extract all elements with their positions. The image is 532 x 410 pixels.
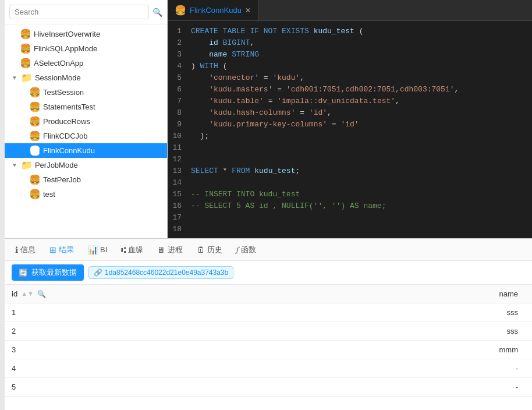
item-label: StatementsTest: [43, 102, 95, 111]
item-icon: 📁: [21, 72, 33, 83]
arrow-icon: ▼: [12, 75, 17, 81]
bottom-tab-process[interactable]: 🖥进程: [151, 242, 189, 257]
item-icon: 🍔: [29, 116, 41, 127]
tab-close-icon[interactable]: ✕: [245, 6, 251, 15]
sidebar-item-produce-rows[interactable]: 🍔ProduceRows: [5, 114, 167, 129]
sidebar-item-session-mode[interactable]: ▼📁SessionMode: [5, 70, 167, 85]
code-line: 1CREATE TABLE IF NOT EXISTS kudu_test (: [168, 26, 532, 37]
line-code[interactable]: ) WITH (: [191, 61, 227, 72]
btab-label: 结果: [59, 245, 74, 255]
line-number: 14: [168, 177, 191, 189]
line-code[interactable]: SELECT * FROM kudu_test;: [191, 165, 300, 177]
data-table: id ▲▼ 🔍 name 1sss2sss3mmm4-: [5, 285, 532, 410]
code-line: 13SELECT * FROM kudu_test;: [168, 165, 532, 177]
btab-label: BI: [100, 245, 107, 254]
job-id-badge[interactable]: 🔗 1da852468cc46022d21e0e49a3743a3b: [88, 266, 233, 279]
cell-id: 1: [5, 303, 121, 322]
line-number: 8: [168, 107, 191, 119]
refresh-button[interactable]: 🔄 获取最新数据: [12, 264, 84, 281]
sidebar-item-test-per-job[interactable]: 🍔TestPerJob: [5, 172, 167, 187]
line-code[interactable]: CREATE TABLE IF NOT EXISTS kudu_test (: [191, 26, 363, 37]
item-label: TestSession: [43, 88, 84, 97]
bottom-tab-result[interactable]: ⊞结果: [44, 242, 80, 257]
cell-name: -: [121, 359, 532, 378]
code-line: 16-- SELECT 5 AS id , NULLIF('', '') AS …: [168, 200, 532, 212]
item-label: PerJobMode: [35, 161, 78, 169]
line-code[interactable]: 'kudu.hash-columns' = 'id',: [191, 107, 332, 119]
sidebar: 🔍 🍔HiveInsertOverwrite🍔FlinkSQLAppMode🍔A…: [5, 0, 168, 238]
item-label: ASelectOnApp: [34, 59, 83, 68]
col-header-id: id ▲▼ 🔍: [5, 285, 121, 303]
tab-label: FlinkConnKudu: [190, 6, 242, 15]
btab-label: 函数: [241, 245, 256, 255]
cell-id: 4: [5, 359, 121, 378]
line-number: 9: [168, 119, 191, 130]
item-icon: 🍔: [20, 58, 31, 69]
bottom-tab-info[interactable]: ℹ信息: [9, 242, 41, 257]
item-icon: 🍔: [29, 130, 41, 142]
sidebar-tree: 🍔HiveInsertOverwrite🍔FlinkSQLAppMode🍔ASe…: [5, 24, 167, 238]
item-icon: 🍔: [29, 174, 41, 185]
filter-icon[interactable]: 🔍: [37, 290, 46, 298]
sidebar-item-flink-sql-app-mode[interactable]: 🍔FlinkSQLAppMode: [5, 41, 167, 56]
code-line: 11: [168, 142, 532, 154]
cell-name: sss: [121, 322, 532, 341]
item-label: SessionMode: [35, 73, 81, 82]
line-number: 1: [168, 26, 191, 37]
btab-label: 历史: [207, 245, 222, 255]
bottom-tabs: ℹ信息⊞结果📊BI⑆血缘🖥进程🗓历史𝑓函数: [5, 239, 532, 261]
table-row: 5-: [5, 378, 532, 397]
bottom-panel: ℹ信息⊞结果📊BI⑆血缘🖥进程🗓历史𝑓函数 🔄 获取最新数据 🔗 1da8524…: [5, 239, 532, 410]
bottom-tab-functions[interactable]: 𝑓函数: [230, 242, 262, 257]
btab-label: 血缘: [128, 245, 143, 255]
code-line: 8 'kudu.hash-columns' = 'id',: [168, 107, 532, 119]
bottom-toolbar: 🔄 获取最新数据 🔗 1da852468cc46022d21e0e49a3743…: [5, 261, 532, 285]
bottom-tab-lineage[interactable]: ⑆血缘: [115, 242, 149, 257]
bottom-tab-history[interactable]: 🗓历史: [191, 242, 228, 257]
line-code[interactable]: -- SELECT 5 AS id , NULLIF('', '') AS na…: [191, 200, 386, 212]
btab-icon: 🗓: [197, 245, 205, 255]
sidebar-item-test-session[interactable]: 🍔TestSession: [5, 85, 167, 100]
sidebar-item-test[interactable]: 🍔test: [5, 187, 167, 202]
table-row: 3mmm: [5, 341, 532, 359]
search-input[interactable]: [9, 5, 149, 19]
line-code[interactable]: 'kudu.table' = 'impala::dv_unicdata.test…: [191, 96, 400, 107]
line-number: 10: [168, 130, 191, 142]
editor-tab-flinkconnkudu[interactable]: 🍔 FlinkConnKudu ✕: [168, 0, 258, 20]
code-line: 7 'kudu.table' = 'impala::dv_unicdata.te…: [168, 96, 532, 107]
line-number: 4: [168, 61, 191, 72]
btab-label: 进程: [168, 245, 183, 255]
sidebar-item-a-select-on-app[interactable]: 🍔ASelectOnApp: [5, 56, 167, 70]
line-code[interactable]: name STRING: [191, 49, 259, 61]
btab-icon: 🖥: [157, 245, 165, 255]
bottom-tab-bi[interactable]: 📊BI: [82, 243, 113, 257]
refresh-label: 获取最新数据: [31, 267, 77, 278]
sidebar-item-flink-cdc-job[interactable]: 🍔FlinkCDCJob: [5, 129, 167, 143]
line-code[interactable]: 'kudu.primary-key-columns' = 'id': [191, 119, 359, 130]
item-icon: 🍔: [20, 29, 31, 40]
btab-icon: 𝑓: [236, 245, 239, 255]
line-code[interactable]: id BIGINT,: [191, 37, 254, 49]
search-icon[interactable]: 🔍: [152, 8, 162, 17]
sort-icons[interactable]: ▲▼: [21, 291, 34, 297]
item-label: TestPerJob: [43, 175, 81, 184]
line-number: 6: [168, 84, 191, 96]
sidebar-item-per-job-mode[interactable]: ▼📁PerJobMode: [5, 158, 167, 172]
item-label: FlinkCDCJob: [43, 132, 88, 140]
sidebar-item-hive-insert-overwrite[interactable]: 🍔HiveInsertOverwrite: [5, 27, 167, 41]
btab-icon: ⊞: [49, 245, 56, 255]
item-icon: 🍔: [29, 101, 41, 112]
col-header-name: name: [121, 285, 532, 303]
line-code[interactable]: );: [191, 130, 209, 142]
line-code[interactable]: 'connector' = 'kudu',: [191, 72, 304, 84]
item-icon: 🍔: [29, 87, 41, 98]
line-number: 2: [168, 37, 191, 49]
code-line: 10 );: [168, 130, 532, 142]
line-code[interactable]: 'kudu.masters' = 'cdh001:7051,cdh002:705…: [191, 84, 459, 96]
line-code[interactable]: -- INSERT INTO kudu_test: [191, 189, 300, 200]
code-line: 2 id BIGINT,: [168, 37, 532, 49]
line-number: 7: [168, 96, 191, 107]
sidebar-item-flink-conn-kudu[interactable]: 🍔FlinkConnKudu: [5, 143, 167, 158]
sidebar-item-statements-test[interactable]: 🍔StatementsTest: [5, 100, 167, 114]
refresh-icon: 🔄: [19, 268, 28, 277]
